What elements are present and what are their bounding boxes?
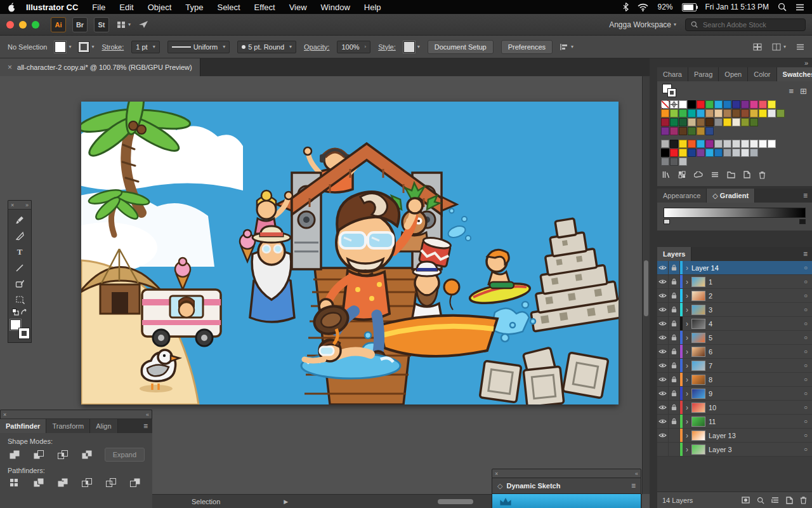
tab-appearance[interactable]: Appearance xyxy=(657,189,707,203)
brush-definition-dropdown[interactable]: 5 pt. Round ▾ xyxy=(237,41,296,53)
swatch[interactable] xyxy=(714,100,723,109)
layer-row[interactable]: ›3○ xyxy=(657,303,812,317)
menu-help[interactable]: Help xyxy=(364,3,381,12)
lock-toggle[interactable] xyxy=(669,443,680,456)
disclosure-arrow-icon[interactable]: › xyxy=(683,264,691,272)
dynamic-sketch-preview[interactable] xyxy=(492,494,641,508)
swatch[interactable] xyxy=(741,100,749,109)
preferences-button[interactable]: Preferences xyxy=(501,40,553,54)
swatch[interactable] xyxy=(732,149,740,157)
lock-toggle[interactable] xyxy=(669,289,680,302)
shape-mode-intersect[interactable] xyxy=(56,449,70,460)
swatch[interactable] xyxy=(750,118,758,126)
layer-row[interactable]: ›5○ xyxy=(657,331,812,345)
target-circle-icon[interactable]: ○ xyxy=(799,306,812,313)
swatch[interactable] xyxy=(679,109,687,117)
apple-icon[interactable] xyxy=(8,3,16,12)
blade-tool[interactable] xyxy=(8,228,31,244)
zoom-window-button[interactable] xyxy=(32,21,39,29)
swatch[interactable] xyxy=(714,149,723,157)
swatch[interactable] xyxy=(759,100,767,109)
style-panel-link[interactable]: Style: xyxy=(378,43,396,51)
swatch[interactable] xyxy=(679,149,687,157)
bluetooth-icon[interactable] xyxy=(623,3,629,11)
swatch[interactable] xyxy=(750,109,758,117)
target-circle-icon[interactable]: ○ xyxy=(799,390,812,397)
lock-toggle[interactable] xyxy=(669,373,680,386)
layer-row[interactable]: ›4○ xyxy=(657,317,812,331)
document-arrange-icon[interactable]: ▾ xyxy=(772,43,786,51)
document-tab[interactable]: × all-character-2 copy.ai* @ 100.78% (RG… xyxy=(0,58,200,76)
target-circle-icon[interactable]: ○ xyxy=(799,404,812,411)
swatch[interactable] xyxy=(679,118,687,126)
horizontal-scrollbar-thumb[interactable] xyxy=(438,499,473,504)
swatch[interactable] xyxy=(768,100,776,109)
cloud-sync-icon[interactable] xyxy=(694,171,703,178)
shape-mode-minus-front[interactable] xyxy=(32,449,46,460)
collapse-panel-icon[interactable]: » xyxy=(25,202,29,208)
visibility-toggle[interactable] xyxy=(657,429,669,442)
fill-color-control[interactable]: ▾ xyxy=(55,41,71,53)
layer-name[interactable]: 8 xyxy=(709,376,799,384)
active-tool-label[interactable]: Selection xyxy=(192,498,220,505)
swatch-kinds-icon[interactable] xyxy=(678,171,686,178)
swatch-libraries-icon[interactable] xyxy=(662,171,670,178)
swatch[interactable] xyxy=(661,140,669,148)
visibility-toggle[interactable] xyxy=(657,359,669,372)
lock-toggle[interactable] xyxy=(669,331,680,344)
layer-thumbnail[interactable] xyxy=(691,361,705,371)
visibility-toggle[interactable] xyxy=(657,401,669,414)
swatch[interactable] xyxy=(741,140,749,148)
layer-row[interactable]: ›10○ xyxy=(657,401,812,415)
visibility-toggle[interactable] xyxy=(657,443,669,456)
list-view-icon[interactable]: ≡ xyxy=(789,86,794,96)
swatch[interactable] xyxy=(670,140,678,148)
new-color-group-icon[interactable] xyxy=(727,171,735,178)
collapse-panel-icon[interactable]: « xyxy=(635,471,638,477)
swatch[interactable] xyxy=(723,149,731,157)
disclosure-arrow-icon[interactable]: › xyxy=(683,305,691,314)
layer-row[interactable]: ›9○ xyxy=(657,387,812,401)
collapse-panel-icon[interactable]: « xyxy=(146,411,149,418)
status-next-icon[interactable]: ▶ xyxy=(284,498,288,505)
disclosure-arrow-icon[interactable]: › xyxy=(683,333,691,342)
shape-mode-unite[interactable] xyxy=(8,449,22,460)
swatch[interactable] xyxy=(741,149,749,157)
tab-align[interactable]: Align xyxy=(90,419,117,433)
layer-name[interactable]: 11 xyxy=(709,418,799,425)
swatch[interactable] xyxy=(661,109,669,117)
fill-stroke-proxy[interactable] xyxy=(662,83,679,98)
artboard[interactable] xyxy=(81,102,619,404)
layer-name[interactable]: 10 xyxy=(709,404,799,411)
disclosure-arrow-icon[interactable]: › xyxy=(683,361,691,370)
layer-thumbnail[interactable] xyxy=(691,375,705,385)
active-app-name[interactable]: Illustrator CC xyxy=(26,3,78,12)
swatch[interactable] xyxy=(732,140,740,148)
disclosure-arrow-icon[interactable]: › xyxy=(683,319,691,328)
swatch[interactable] xyxy=(670,109,678,117)
layer-thumbnail[interactable] xyxy=(691,444,705,455)
swatch[interactable] xyxy=(732,100,740,109)
workspace-switcher[interactable]: Angga Workspace ▾ xyxy=(609,20,676,29)
expand-button[interactable]: Expand xyxy=(105,448,145,462)
swatch[interactable] xyxy=(732,118,740,126)
swatch[interactable] xyxy=(679,157,687,166)
swatch[interactable] xyxy=(705,149,714,157)
panel-grid-icon[interactable] xyxy=(753,43,762,51)
layer-row[interactable]: ›Layer 13○ xyxy=(657,429,812,443)
layer-thumbnail[interactable] xyxy=(691,403,705,413)
target-circle-icon[interactable]: ○ xyxy=(799,292,812,299)
visibility-toggle[interactable] xyxy=(657,387,669,400)
menubar-clock[interactable]: Fri Jan 11 5:13 PM xyxy=(705,3,769,11)
tab-chara[interactable]: Chara xyxy=(657,67,688,81)
layer-thumbnail[interactable] xyxy=(691,319,705,329)
menu-edit[interactable]: Edit xyxy=(119,3,133,12)
layer-thumbnail[interactable] xyxy=(691,333,705,343)
swatch[interactable] xyxy=(661,118,669,126)
type-tool[interactable]: T xyxy=(8,244,31,260)
target-circle-icon[interactable]: ○ xyxy=(799,334,812,341)
swatch[interactable] xyxy=(705,109,714,117)
disclosure-arrow-icon[interactable]: › xyxy=(683,403,691,412)
swatch[interactable] xyxy=(661,127,669,135)
swatch[interactable] xyxy=(679,127,687,135)
